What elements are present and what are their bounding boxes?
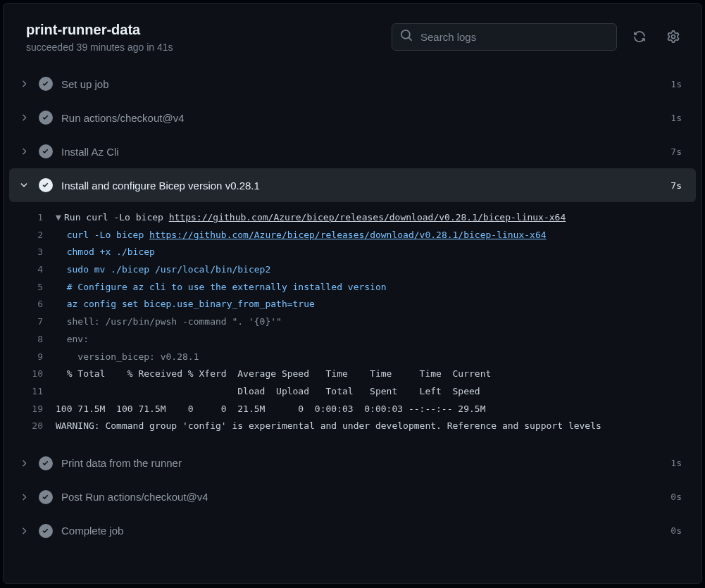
line-number: 19 (23, 401, 56, 418)
settings-button[interactable] (662, 25, 685, 48)
line-number: 11 (23, 383, 56, 401)
line-number: 1 (23, 209, 56, 227)
check-circle-icon (39, 111, 53, 125)
log-line: 1▼Run curl -Lo bicep https://github.com/… (23, 209, 682, 227)
step-install-bicep[interactable]: Install and configure Bicep version v0.2… (9, 168, 696, 202)
log-text: ▼Run curl -Lo bicep https://github.com/A… (56, 209, 566, 227)
log-output: 1▼Run curl -Lo bicep https://github.com/… (9, 202, 696, 446)
job-panel: print-runner-data succeeded 39 minutes a… (3, 3, 702, 584)
step-print-data[interactable]: Print data from the runner 1s (9, 446, 696, 480)
step-duration: 7s (670, 180, 682, 191)
step-label: Print data from the runner (61, 457, 662, 469)
triangle-down-icon[interactable]: ▼ (56, 209, 64, 227)
line-number: 7 (23, 313, 56, 331)
step-duration: 0s (670, 492, 682, 502)
title-block: print-runner-data succeeded 39 minutes a… (26, 20, 380, 53)
line-number: 6 (23, 296, 56, 313)
check-circle-icon (39, 144, 53, 158)
step-list: Set up job 1s Run actions/checkout@v4 1s… (4, 64, 701, 553)
step-duration: 1s (670, 458, 682, 468)
step-install-az-cli[interactable]: Install Az Cli 7s (9, 135, 696, 168)
sync-icon (633, 30, 646, 43)
step-label: Complete job (61, 525, 662, 537)
log-text: version_bicep: v0.28.1 (56, 349, 199, 366)
step-label: Run actions/checkout@v4 (61, 112, 662, 124)
line-number: 10 (23, 365, 56, 383)
line-number: 5 (23, 279, 56, 296)
step-checkout[interactable]: Run actions/checkout@v4 1s (9, 101, 696, 135)
log-text: curl -Lo bicep https://github.com/Azure/… (56, 227, 547, 244)
step-duration: 7s (670, 146, 682, 157)
chevron-right-icon (18, 525, 30, 537)
chevron-right-icon (18, 457, 30, 470)
step-duration: 0s (670, 525, 682, 536)
step-duration: 1s (670, 113, 682, 123)
log-line: 7 shell: /usr/bin/pwsh -command ". '{0}'… (23, 313, 682, 331)
search-input[interactable] (392, 23, 617, 51)
check-circle-icon (39, 490, 53, 504)
line-number: 4 (23, 261, 56, 279)
line-number: 8 (23, 331, 56, 349)
log-text: WARNING: Command group 'config' is exper… (56, 418, 601, 435)
log-line: 8 env: (23, 331, 682, 349)
check-circle-icon (39, 456, 53, 470)
log-line: 3 chmod +x ./bicep (23, 244, 682, 261)
line-number: 3 (23, 244, 56, 261)
log-text: chmod +x ./bicep (56, 244, 155, 261)
check-circle-icon (39, 178, 53, 192)
log-line: 6 az config set bicep.use_binary_from_pa… (23, 296, 682, 313)
step-duration: 1s (670, 79, 682, 89)
log-text: # Configure az cli to use the externally… (56, 279, 387, 296)
step-label: Install Az Cli (61, 146, 662, 158)
log-line: 10 % Total % Received % Xferd Average Sp… (23, 365, 682, 383)
panel-header: print-runner-data succeeded 39 minutes a… (4, 4, 701, 64)
log-text: az config set bicep.use_binary_from_path… (56, 296, 315, 313)
step-label: Install and configure Bicep version v0.2… (61, 180, 662, 192)
page-title: print-runner-data (26, 20, 380, 39)
line-number: 9 (23, 349, 56, 366)
log-line: 2 curl -Lo bicep https://github.com/Azur… (23, 227, 682, 244)
gear-icon (667, 30, 680, 43)
log-text: 100 71.5M 100 71.5M 0 0 21.5M 0 0:00:03 … (56, 401, 485, 418)
step-complete-job[interactable]: Complete job 0s (9, 514, 696, 548)
step-set-up-job[interactable]: Set up job 1s (9, 67, 696, 101)
line-number: 20 (23, 418, 56, 435)
log-line: 19100 71.5M 100 71.5M 0 0 21.5M 0 0:00:0… (23, 401, 682, 418)
log-text: Dload Upload Total Spent Left Speed (56, 383, 480, 401)
check-circle-icon (39, 77, 53, 91)
log-line: 9 version_bicep: v0.28.1 (23, 349, 682, 366)
log-text: % Total % Received % Xferd Average Speed… (56, 365, 491, 383)
chevron-right-icon (18, 491, 30, 503)
log-line: 5 # Configure az cli to use the external… (23, 279, 682, 296)
chevron-right-icon (18, 111, 30, 124)
log-text: shell: /usr/bin/pwsh -command ". '{0}'" (56, 313, 282, 331)
log-line: 11 Dload Upload Total Spent Left Speed (23, 383, 682, 401)
search-wrap (392, 23, 617, 51)
refresh-button[interactable] (628, 25, 651, 48)
page-subtitle: succeeded 39 minutes ago in 41s (26, 42, 380, 53)
bicep-url-link[interactable]: https://github.com/Azure/bicep/releases/… (169, 212, 566, 223)
chevron-down-icon (18, 179, 30, 192)
log-line: 4 sudo mv ./bicep /usr/local/bin/bicep2 (23, 261, 682, 279)
step-label: Set up job (61, 78, 662, 90)
bicep-url-link[interactable]: https://github.com/Azure/bicep/releases/… (149, 230, 547, 240)
log-text: sudo mv ./bicep /usr/local/bin/bicep2 (56, 261, 270, 279)
log-text: env: (56, 331, 89, 349)
check-circle-icon (39, 524, 53, 538)
chevron-right-icon (18, 77, 30, 90)
step-label: Post Run actions/checkout@v4 (61, 491, 662, 503)
step-post-checkout[interactable]: Post Run actions/checkout@v4 0s (9, 480, 696, 514)
chevron-right-icon (18, 145, 30, 158)
log-line: 20WARNING: Command group 'config' is exp… (23, 418, 682, 435)
line-number: 2 (23, 227, 56, 244)
